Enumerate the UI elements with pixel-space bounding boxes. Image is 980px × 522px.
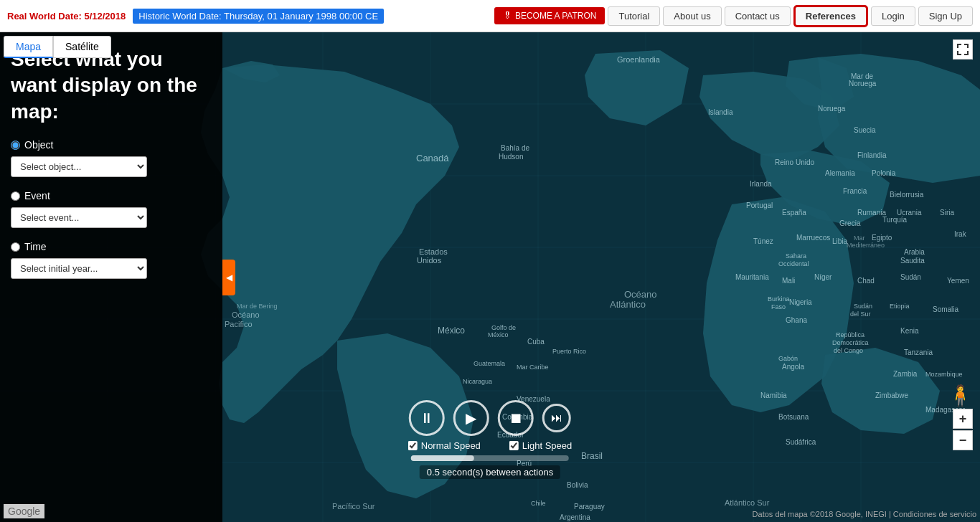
- svg-text:Nigeria: Nigeria: [789, 298, 812, 306]
- svg-text:Mozambique: Mozambique: [925, 371, 963, 378]
- zoom-controls: + −: [953, 409, 973, 450]
- street-view-person-icon[interactable]: 🧍: [948, 384, 973, 407]
- object-radio[interactable]: [11, 141, 20, 150]
- tab-mapa[interactable]: Mapa: [4, 36, 53, 58]
- about-us-button[interactable]: About us: [663, 6, 721, 26]
- historic-date-badge: Historic World Date: Thursday, 01 Januar…: [133, 9, 384, 24]
- svg-text:Democrática: Democrática: [832, 339, 869, 346]
- light-speed-checkbox[interactable]: [509, 441, 519, 450]
- event-radio[interactable]: [11, 191, 20, 201]
- svg-text:Puerto Rico: Puerto Rico: [552, 348, 586, 355]
- svg-text:Occidental: Occidental: [778, 260, 809, 267]
- svg-text:Sahara: Sahara: [786, 252, 806, 260]
- svg-text:Angola: Angola: [782, 363, 805, 371]
- patron-heart-icon: 🎖: [503, 11, 512, 21]
- svg-text:Namibia: Namibia: [760, 392, 787, 399]
- svg-text:México: México: [438, 326, 465, 336]
- svg-text:Grecia: Grecia: [839, 219, 861, 227]
- svg-text:Océano: Océano: [624, 289, 657, 300]
- svg-text:Noruega: Noruega: [849, 80, 877, 87]
- svg-text:Hudson: Hudson: [499, 153, 523, 161]
- become-patron-button[interactable]: 🎖 BECOME A PATRON: [494, 7, 606, 24]
- svg-text:Alemania: Alemania: [825, 169, 855, 177]
- normal-speed-label: Normal Speed: [421, 440, 481, 451]
- svg-text:Siria: Siria: [940, 209, 954, 217]
- svg-text:Somalia: Somalia: [933, 305, 959, 313]
- time-label-text: Time: [24, 241, 47, 252]
- svg-text:Estados: Estados: [419, 247, 448, 256]
- svg-text:Chad: Chad: [857, 277, 875, 285]
- svg-text:Yemen: Yemen: [947, 277, 969, 285]
- google-watermark: Google: [4, 504, 44, 518]
- historic-date-label: Historic World Date:: [138, 11, 221, 22]
- svg-text:del Sur: del Sur: [850, 310, 871, 318]
- time-radio[interactable]: [11, 242, 20, 252]
- svg-text:España: España: [782, 209, 806, 217]
- event-section-label: Event: [11, 190, 212, 201]
- sidebar: Select what you want display on the map:…: [0, 32, 222, 522]
- fullscreen-button[interactable]: [953, 39, 973, 60]
- play-icon: ▶: [466, 409, 476, 427]
- references-button[interactable]: References: [793, 5, 868, 27]
- tutorial-button[interactable]: Tutorial: [608, 6, 660, 26]
- nav-buttons: 🎖 BECOME A PATRON Tutorial About us Cont…: [494, 5, 973, 27]
- object-label-text: Object: [24, 139, 53, 151]
- svg-text:Botsuana: Botsuana: [778, 413, 809, 421]
- svg-text:Pacífico Sur: Pacífico Sur: [332, 502, 375, 511]
- svg-text:Groenlandia: Groenlandia: [617, 55, 661, 64]
- map-area[interactable]: Groenlandia Noruega Suecia Finlandia Rei…: [0, 32, 980, 522]
- svg-text:Islandia: Islandia: [708, 108, 733, 116]
- event-select[interactable]: Select event...: [11, 207, 147, 228]
- svg-text:Mar Caribe: Mar Caribe: [517, 364, 549, 371]
- svg-text:Egipto: Egipto: [872, 234, 892, 242]
- speed-labels: Normal Speed Light Speed: [408, 440, 573, 451]
- normal-speed-checkbox[interactable]: [408, 441, 418, 450]
- svg-text:Noruega: Noruega: [818, 105, 846, 113]
- svg-text:Gabón: Gabón: [778, 355, 798, 362]
- svg-text:Irlanda: Irlanda: [750, 180, 772, 188]
- svg-text:República: República: [836, 331, 864, 338]
- tab-satelite[interactable]: Satélite: [53, 36, 111, 58]
- contact-us-button[interactable]: Contact us: [725, 6, 791, 26]
- svg-text:Ghana: Ghana: [786, 316, 807, 324]
- map-credit: Datos del mapa ©2018 Google, INEGI | Con…: [753, 510, 976, 518]
- playback-buttons-row: ⏸ ▶ ⏹ ⏭: [409, 400, 571, 436]
- year-select[interactable]: Select initial year...: [11, 258, 147, 279]
- pause-button[interactable]: ⏸: [409, 400, 445, 436]
- object-section-label: Object: [11, 139, 212, 151]
- svg-text:Burkina: Burkina: [768, 295, 790, 303]
- svg-text:Zimbabwe: Zimbabwe: [875, 392, 909, 399]
- stop-button[interactable]: ⏹: [498, 400, 534, 436]
- timer-label: 0.5 second(s) between actions: [420, 465, 560, 479]
- real-date: Real World Date: 5/12/2018: [7, 11, 126, 22]
- svg-text:Bielorrusia: Bielorrusia: [890, 191, 924, 199]
- svg-text:Reino Unido: Reino Unido: [775, 158, 814, 166]
- object-select[interactable]: Select object...: [11, 156, 147, 177]
- sidebar-collapse-button[interactable]: ◀: [222, 260, 235, 295]
- svg-text:Suecia: Suecia: [854, 126, 876, 134]
- svg-text:Nicaragua: Nicaragua: [463, 378, 492, 385]
- stop-icon: ⏹: [509, 410, 523, 427]
- progress-fill: [411, 455, 474, 461]
- svg-text:Libia: Libia: [832, 237, 848, 245]
- svg-text:Bolivia: Bolivia: [567, 481, 588, 489]
- event-label-text: Event: [24, 190, 50, 201]
- svg-text:Sudán: Sudán: [900, 273, 921, 281]
- login-button[interactable]: Login: [871, 6, 915, 26]
- svg-text:Guatemala: Guatemala: [473, 360, 505, 367]
- fast-forward-button[interactable]: ⏭: [542, 404, 571, 432]
- sign-up-button[interactable]: Sign Up: [918, 6, 973, 26]
- zoom-out-button[interactable]: −: [953, 430, 973, 450]
- zoom-in-button[interactable]: +: [953, 409, 973, 429]
- svg-text:Canadá: Canadá: [416, 153, 449, 163]
- svg-text:Portugal: Portugal: [746, 201, 773, 209]
- svg-text:Atlántico Sur: Atlántico Sur: [725, 498, 770, 507]
- svg-text:Irak: Irak: [954, 230, 967, 238]
- date-info: Real World Date: 5/12/2018 Historic Worl…: [7, 9, 384, 24]
- svg-text:Marruecos: Marruecos: [796, 234, 830, 242]
- svg-text:Bahía de: Bahía de: [501, 144, 529, 152]
- play-button[interactable]: ▶: [453, 400, 489, 436]
- progress-bar[interactable]: [411, 455, 569, 461]
- svg-text:Mar: Mar: [854, 234, 865, 242]
- svg-text:Finlandia: Finlandia: [857, 151, 887, 159]
